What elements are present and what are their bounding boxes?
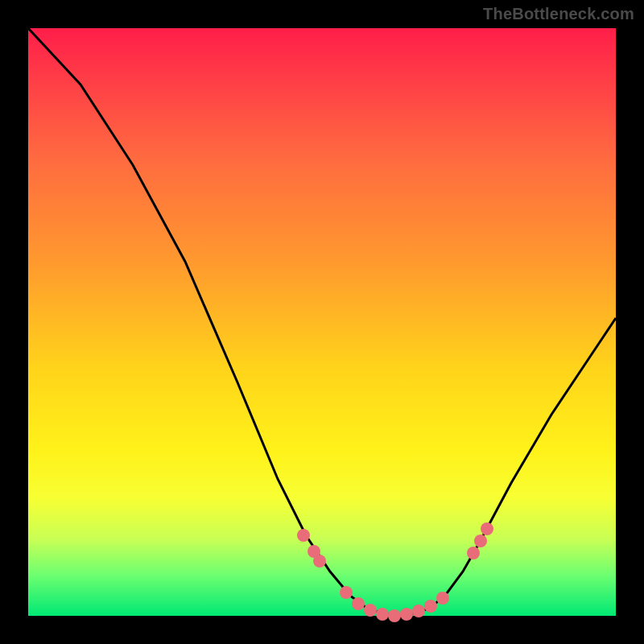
curve-marker (313, 555, 326, 568)
curve-marker (481, 522, 493, 535)
bottleneck-curve (28, 28, 616, 616)
curve-marker (297, 529, 310, 542)
curve-marker (364, 604, 377, 617)
watermark-text: TheBottleneck.com (483, 5, 634, 23)
curve-marker (400, 608, 413, 621)
highlight-markers (297, 522, 493, 622)
chart-frame: TheBottleneck.com (0, 0, 644, 644)
curve-marker (467, 547, 480, 559)
curve-marker (340, 586, 353, 599)
curve-marker (388, 609, 401, 622)
chart-svg (28, 28, 616, 616)
curve-marker (424, 600, 437, 613)
curve-marker (474, 535, 487, 547)
curve-marker (436, 592, 449, 605)
curve-marker (412, 605, 425, 617)
curve-marker (376, 608, 389, 621)
curve-marker (352, 597, 365, 610)
